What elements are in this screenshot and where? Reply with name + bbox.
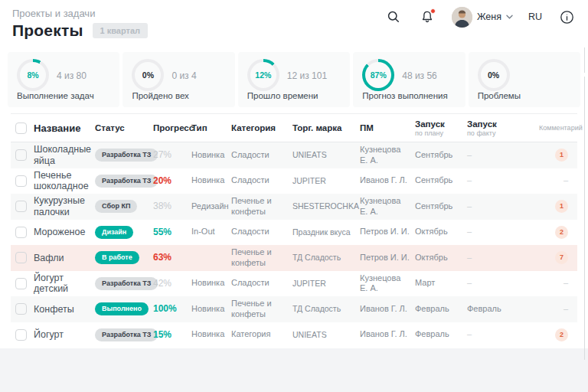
- stat-card[interactable]: 12% 12 из 101 Прошло времени: [238, 52, 350, 107]
- launch-fact-cell: –: [467, 201, 539, 212]
- bell-icon[interactable]: [418, 8, 436, 26]
- comments-cell: 1: [539, 200, 570, 213]
- row-checkbox[interactable]: [15, 201, 27, 212]
- stat-percent: 0%: [488, 70, 499, 80]
- stat-percent: 87%: [371, 70, 387, 80]
- status-cell: В работе: [95, 251, 153, 264]
- top-bar: Проекты и задачи Проекты 1 квартал: [0, 0, 588, 51]
- column-header-pm: ПМ: [360, 123, 415, 132]
- user-menu[interactable]: Женя: [452, 7, 513, 28]
- status-cell: Разработка ТЗ: [95, 149, 153, 162]
- type-cell: Новинка: [191, 329, 231, 340]
- project-name: Мороженое: [34, 227, 95, 237]
- page-title: Проекты: [12, 21, 83, 40]
- avatar: [452, 7, 472, 28]
- scrollbar[interactable]: [584, 77, 585, 360]
- status-badge: Выполнено: [95, 302, 149, 315]
- stat-count: 48 из 56: [402, 70, 437, 81]
- language-switcher[interactable]: RU: [528, 11, 542, 22]
- progress-value: 63%: [153, 252, 191, 263]
- progress-ring: 0%: [132, 59, 164, 91]
- type-cell: Новинка: [191, 175, 231, 186]
- launch-plan-cell: Март: [415, 278, 467, 289]
- category-cell: Сладости: [231, 175, 292, 186]
- comments-count-badge[interactable]: 2: [555, 328, 568, 341]
- comments-count-badge[interactable]: 1: [555, 200, 568, 213]
- status-badge: В работе: [95, 251, 139, 264]
- project-name: Вафли: [34, 253, 95, 263]
- pm-cell: Иванов Г. Л.: [360, 304, 415, 315]
- status-badge: Сбор КП: [95, 200, 137, 213]
- launch-plan-cell: Октябрь: [415, 227, 467, 237]
- comments-count-badge[interactable]: 2: [555, 226, 568, 239]
- project-name: Кукурузные палочки: [34, 195, 95, 217]
- table-header: Название Статус Прогресс Тип Категория Т…: [11, 114, 577, 142]
- brand-cell: JUPITER: [292, 176, 360, 186]
- pm-cell: Петров И. И.: [360, 253, 415, 263]
- select-all-checkbox[interactable]: [15, 122, 27, 134]
- status-badge: Дизайн: [95, 226, 133, 239]
- user-name: Женя: [477, 11, 501, 22]
- table-body: Шоколадные яйца Разработка ТЗ 27% Новинк…: [11, 142, 577, 348]
- status-badge: Разработка ТЗ: [95, 149, 158, 162]
- brand-cell: JUPITER: [292, 279, 360, 289]
- launch-plan-cell: Октябрь: [415, 253, 467, 263]
- status-badge: Разработка ТЗ: [95, 277, 158, 290]
- stats-carousel: 8% 4 из 80 Выполнение задач 0% 0 из 4 Пр…: [0, 51, 588, 113]
- table-row[interactable]: Шоколадные яйца Разработка ТЗ 27% Новинк…: [11, 142, 577, 168]
- search-icon[interactable]: [384, 8, 403, 26]
- comments-cell: 2: [539, 226, 570, 239]
- table-row[interactable]: Мороженое Дизайн 55% In-Out Сладости Пра…: [11, 220, 577, 246]
- stat-card[interactable]: 87% 48 из 56 Прогноз выполнения: [353, 52, 465, 107]
- column-header-name: Название: [34, 122, 95, 134]
- type-cell: In-Out: [191, 227, 231, 237]
- pm-cell: Иванов Г. Л.: [360, 175, 415, 186]
- status-badge: Разработка ТЗ: [95, 175, 158, 188]
- launch-fact-cell: –: [467, 227, 539, 237]
- chevron-down-icon: [506, 15, 513, 19]
- table-row[interactable]: Йогурт Разработка ТЗ 15% Новинка Категор…: [11, 322, 577, 348]
- column-header-status: Статус: [95, 123, 153, 132]
- progress-ring: 8%: [17, 59, 49, 91]
- launch-fact-cell: –: [467, 329, 539, 340]
- row-checkbox[interactable]: [15, 303, 27, 315]
- table-row[interactable]: Кукурузные палочки Сбор КП 38% Редизайн …: [11, 194, 577, 220]
- launch-fact-cell: –: [467, 150, 539, 161]
- comments-count-badge[interactable]: 1: [555, 149, 568, 162]
- stat-card[interactable]: 0% 0 из 4 Пройдено вех: [122, 52, 234, 107]
- table-row[interactable]: Йогурт детский Разработка ТЗ 42% Новинка…: [11, 271, 577, 297]
- quarter-filter-badge[interactable]: 1 квартал: [93, 23, 148, 38]
- column-header-comments: Комментарий: [539, 124, 583, 132]
- row-checkbox[interactable]: [15, 252, 27, 263]
- row-checkbox[interactable]: [15, 149, 27, 161]
- comments-count-badge[interactable]: 7: [555, 251, 568, 264]
- stat-percent: 8%: [27, 70, 38, 80]
- table-row[interactable]: Вафли В работе 63% Печенье и конфеты ТД …: [11, 245, 577, 271]
- project-name: Печенье шоколадное: [34, 170, 95, 192]
- stat-percent: 0%: [142, 70, 154, 80]
- row-checkbox[interactable]: [15, 227, 27, 238]
- progress-ring: 12%: [247, 59, 279, 91]
- right-edge-divider: [584, 47, 585, 73]
- info-icon[interactable]: [557, 8, 576, 26]
- progress-value: 20%: [153, 175, 191, 187]
- row-checkbox[interactable]: [15, 278, 27, 289]
- pm-cell: Кузнецова Е. А.: [360, 273, 415, 295]
- column-header-progress: Прогресс: [153, 123, 191, 132]
- stat-card[interactable]: 0% Проблемы: [469, 52, 580, 107]
- progress-value: 15%: [153, 329, 191, 341]
- table-row[interactable]: Печенье шоколадное Разработка ТЗ 20% Нов…: [11, 168, 577, 194]
- stat-card[interactable]: 8% 4 из 80 Выполнение задач: [8, 52, 119, 107]
- brand-cell: ТД Сладость: [292, 304, 360, 314]
- status-cell: Сбор КП: [95, 200, 153, 213]
- progress-ring: 87%: [362, 59, 394, 91]
- column-header-category: Категория: [231, 123, 292, 132]
- row-checkbox[interactable]: [15, 175, 27, 187]
- category-cell: Категория: [231, 329, 292, 340]
- brand-cell: SHESTEROCHKA: [292, 201, 360, 211]
- launch-fact-cell: Февраль: [467, 304, 539, 315]
- row-checkbox[interactable]: [15, 329, 27, 341]
- category-cell: Печенье и конфеты: [231, 196, 292, 217]
- table-row[interactable]: Конфеты Выполнено 100% Новинка Печенье и…: [11, 296, 577, 322]
- status-cell: Разработка ТЗ: [95, 277, 153, 290]
